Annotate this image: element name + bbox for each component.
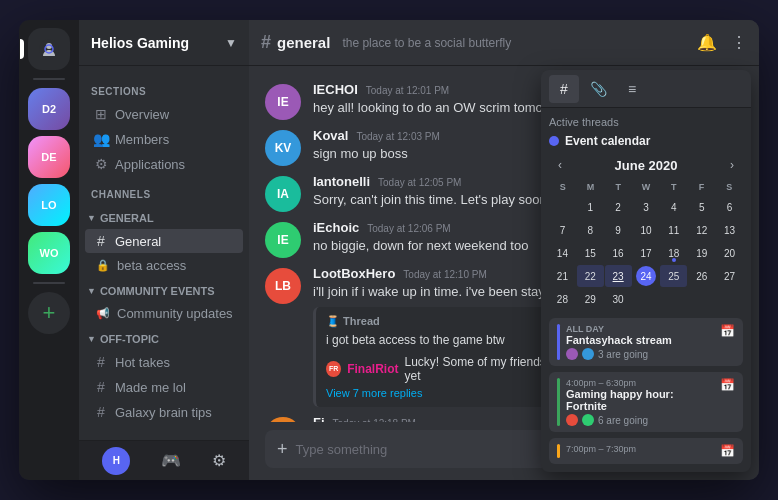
channel-item-community-updates[interactable]: 📢 Community updates — [87, 302, 243, 325]
calendar-day-23[interactable]: 23 — [605, 265, 632, 287]
calendar-day-empty1 — [549, 196, 576, 218]
calendar-prev-button[interactable]: ‹ — [551, 156, 569, 174]
server-icon-helios[interactable] — [28, 28, 70, 70]
calendar-day-1[interactable]: 1 — [577, 196, 604, 218]
overview-icon: ⊞ — [93, 106, 109, 122]
calendar-day-26[interactable]: 26 — [688, 265, 715, 287]
attendee-dot-3 — [566, 414, 578, 426]
active-threads-label: Active threads — [549, 116, 743, 128]
calendar-day-21[interactable]: 21 — [549, 265, 576, 287]
attendee-dot-1 — [566, 348, 578, 360]
server-header[interactable]: Helios Gaming ▼ — [79, 20, 249, 66]
sidebar-item-members[interactable]: 👥 Members — [85, 127, 243, 151]
calendar-day-20[interactable]: 20 — [716, 242, 743, 264]
reply-avatar: FR — [326, 361, 341, 377]
message-time-2: Today at 12:03 PM — [356, 131, 439, 142]
calendar-day-19[interactable]: 19 — [688, 242, 715, 264]
server-icon-wo[interactable]: WO — [28, 232, 70, 274]
calendar-day-29[interactable]: 29 — [577, 288, 604, 310]
channels-label: Channels — [79, 177, 249, 204]
bell-icon[interactable]: 🔔 — [697, 33, 717, 52]
calendar-day-10[interactable]: 10 — [633, 219, 660, 241]
channel-item-galaxy-brain[interactable]: # Galaxy brain tips — [85, 400, 243, 424]
channel-description: the place to be a social butterfly — [342, 36, 511, 50]
calendar-day-27[interactable]: 27 — [716, 265, 743, 287]
channel-item-hot-takes[interactable]: # Hot takes — [85, 350, 243, 374]
calendar-days: 1 2 3 4 5 6 7 8 9 10 11 12 13 14 15 16 1 — [549, 196, 743, 310]
calendar-day-30[interactable]: 30 — [605, 288, 632, 310]
attendee-dot-4 — [582, 414, 594, 426]
calendar-day-22[interactable]: 22 — [577, 265, 604, 287]
event-item-gaming-happy[interactable]: 4:00pm – 6:30pm Gaming happy hour: Fortn… — [549, 372, 743, 432]
category-community-events[interactable]: ▼ Community events — [79, 281, 249, 301]
calendar-day-5[interactable]: 5 — [688, 196, 715, 218]
calendar-day-12[interactable]: 12 — [688, 219, 715, 241]
event-dot-icon — [549, 136, 559, 146]
add-server-button[interactable]: + — [28, 292, 70, 334]
calendar-icon-3: 📅 — [720, 444, 735, 458]
weekday-m: M — [577, 180, 605, 194]
event-item-fantasyhack[interactable]: All day Fantasyhack stream 3 are going 📅 — [549, 318, 743, 366]
sidebar-item-overview[interactable]: ⊞ Overview — [85, 102, 243, 126]
weekday-w: W — [632, 180, 660, 194]
calendar-day-6[interactable]: 6 — [716, 196, 743, 218]
channel-item-beta-access[interactable]: 🔒 beta access — [87, 254, 243, 277]
calendar-day-9[interactable]: 9 — [605, 219, 632, 241]
server-icon-d2[interactable]: D2 — [28, 88, 70, 130]
more-icon[interactable]: ⋮ — [731, 33, 747, 52]
category-off-topic[interactable]: ▼ Off-topic — [79, 329, 249, 349]
category-ot-arrow-icon: ▼ — [87, 334, 96, 344]
event-calendar-title: Event calendar — [565, 134, 650, 148]
category-arrow-icon: ▼ — [87, 213, 96, 223]
channel-item-made-me-lol[interactable]: # Made me lol — [85, 375, 243, 399]
event-attendees-2: 6 are going — [566, 414, 714, 426]
message-author-5: LootBoxHero — [313, 266, 395, 281]
tab-members-panel[interactable]: ≡ — [617, 75, 647, 103]
event-allday-1: All day — [566, 324, 714, 334]
calendar-day-14[interactable]: 14 — [549, 242, 576, 264]
calendar-day-18[interactable]: 18 — [660, 242, 687, 264]
chevron-down-icon: ▼ — [225, 36, 237, 50]
calendar-day-25[interactable]: 25 — [660, 265, 687, 287]
hash-icon-2: # — [93, 354, 109, 370]
calendar-day-17[interactable]: 17 — [633, 242, 660, 264]
event-time-3: 7:00pm – 7:30pm — [566, 444, 714, 454]
category-ce-arrow-icon: ▼ — [87, 286, 96, 296]
settings-icon[interactable]: ⚙ — [212, 451, 226, 470]
event-item-3[interactable]: 7:00pm – 7:30pm 📅 — [549, 438, 743, 464]
tab-channels[interactable]: # — [549, 75, 579, 103]
server-icon-lo[interactable]: LO — [28, 184, 70, 226]
calendar-day-16[interactable]: 16 — [605, 242, 632, 264]
event-time-2: 4:00pm – 6:30pm — [566, 378, 714, 388]
calendar-day-3[interactable]: 3 — [633, 196, 660, 218]
calendar-day-4[interactable]: 4 — [660, 196, 687, 218]
calendar-day-7[interactable]: 7 — [549, 219, 576, 241]
avatar-iantonelli: IA — [265, 176, 301, 212]
channel-hash-icon: # — [261, 32, 271, 53]
tab-pins[interactable]: 📎 — [583, 75, 613, 103]
weekday-t1: T — [604, 180, 632, 194]
calendar-day-15[interactable]: 15 — [577, 242, 604, 264]
event-color-bar-1 — [557, 324, 560, 360]
category-general[interactable]: ▼ General — [79, 208, 249, 228]
calendar-day-11[interactable]: 11 — [660, 219, 687, 241]
calendar-day-8[interactable]: 8 — [577, 219, 604, 241]
user-avatar-small[interactable]: H — [102, 447, 130, 475]
channel-item-general[interactable]: # General — [85, 229, 243, 253]
server-icon-de[interactable]: DE — [28, 136, 70, 178]
event-attendees-1: 3 are going — [566, 348, 714, 360]
avatar-lootboxhero: LB — [265, 268, 301, 304]
calendar-day-2[interactable]: 2 — [605, 196, 632, 218]
members-icon: 👥 — [93, 131, 109, 147]
calendar-day-28[interactable]: 28 — [549, 288, 576, 310]
calendar-next-button[interactable]: › — [723, 156, 741, 174]
calendar-day-24-today[interactable]: 24 — [636, 266, 656, 286]
attach-icon[interactable]: + — [277, 439, 288, 460]
attendee-count-2: 6 are going — [598, 415, 648, 426]
activity-icon[interactable]: 🎮 — [161, 451, 181, 470]
galaxy-brain-label: Galaxy brain tips — [115, 405, 212, 420]
calendar-day-empty5 — [716, 288, 743, 310]
calendar-day-13[interactable]: 13 — [716, 219, 743, 241]
sidebar-item-applications[interactable]: ⚙ Applications — [85, 152, 243, 176]
message-time-6: Today at 12:18 PM — [333, 418, 416, 422]
